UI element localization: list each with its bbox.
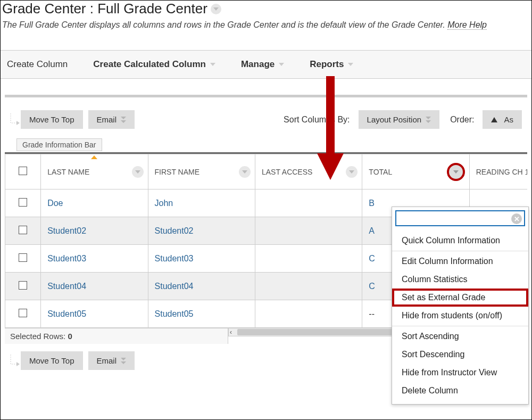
double-chevron-down-icon	[426, 116, 431, 123]
cell-total[interactable]: B	[369, 199, 375, 208]
grade-information-bar[interactable]: Grade Information Bar	[16, 138, 102, 151]
cell-total[interactable]: C	[369, 282, 375, 291]
page-description: The Full Grade Center displays all colum…	[2, 20, 527, 30]
close-icon[interactable]: ✕	[511, 213, 522, 224]
cell-last-access[interactable]	[255, 190, 362, 217]
row-checkbox[interactable]	[19, 198, 27, 207]
column-last-access[interactable]: LAST ACCESS	[255, 154, 362, 190]
selected-rows-count: 0	[68, 332, 72, 341]
column-last-access-label: LAST ACCESS	[262, 168, 312, 176]
student-first-name[interactable]: John	[155, 199, 173, 208]
cell-last-access[interactable]	[255, 273, 362, 300]
cell-total[interactable]: C	[369, 254, 375, 263]
create-column-button[interactable]: Create Column	[7, 59, 68, 70]
create-column-label: Create Column	[7, 59, 68, 70]
chevron-down-icon	[135, 169, 140, 175]
student-last-name[interactable]: Student02	[47, 226, 86, 235]
select-all-checkbox[interactable]	[19, 167, 27, 175]
page-title-text: Grade Center : Full Grade Center	[2, 1, 207, 17]
student-first-name[interactable]: Student05	[155, 309, 194, 318]
layout-position-button[interactable]: Layout Position	[359, 110, 440, 129]
student-first-name[interactable]: Student04	[155, 282, 194, 291]
row-checkbox[interactable]	[19, 253, 27, 262]
column-total[interactable]: TOTAL	[362, 154, 469, 190]
student-last-name[interactable]: Student05	[47, 309, 86, 318]
menu-separator	[392, 326, 528, 326]
menu-separator	[392, 251, 528, 251]
student-last-name[interactable]: Student03	[47, 254, 86, 263]
row-checkbox[interactable]	[19, 226, 27, 234]
page-description-text: The Full Grade Center displays all colum…	[2, 20, 447, 29]
move-to-top-label: Move To Top	[29, 356, 74, 365]
scroll-left-icon[interactable]: ‹	[230, 328, 232, 336]
selected-rows-label: Selected Rows:	[10, 332, 68, 341]
move-to-top-label: Move To Top	[29, 115, 74, 124]
menu-edit-column-info[interactable]: Edit Column Information	[392, 252, 528, 270]
reports-button[interactable]: Reports	[310, 59, 353, 70]
page-title: Grade Center : Full Grade Center	[2, 1, 527, 17]
selected-rows-bar: Selected Rows: 0	[5, 328, 228, 344]
move-to-top-button[interactable]: Move To Top	[21, 110, 83, 129]
svg-marker-2	[16, 121, 20, 125]
email-button[interactable]: Email	[88, 110, 135, 129]
row-checkbox[interactable]	[19, 309, 27, 317]
create-calculated-column-button[interactable]: Create Calculated Column	[93, 59, 215, 70]
cell-total[interactable]: --	[369, 309, 375, 318]
column-reading-forum[interactable]: READING CH 1 FORUM	[469, 154, 527, 190]
column-last-name-label: LAST NAME	[47, 168, 89, 176]
cell-last-access[interactable]	[255, 245, 362, 273]
double-chevron-down-icon	[121, 357, 126, 365]
menu-hide-from-instructor[interactable]: Hide from Instructor View	[392, 364, 528, 382]
order-ascending-button[interactable]: As	[483, 110, 522, 129]
more-help-link[interactable]: More Help	[447, 20, 487, 30]
chevron-down-icon	[213, 6, 219, 12]
column-last-name[interactable]: LAST NAME	[41, 154, 148, 190]
column-first-name-label: FIRST NAME	[155, 168, 200, 176]
scrollbar-thumb[interactable]	[237, 329, 397, 335]
menu-hide-from-students[interactable]: Hide from students (on/off)	[392, 307, 528, 325]
column-menu-button[interactable]	[346, 166, 358, 178]
menu-column-statistics[interactable]: Column Statistics	[392, 270, 528, 289]
row-checkbox[interactable]	[19, 281, 27, 290]
reorder-handle-icon	[9, 112, 20, 130]
sort-indicator-icon	[91, 155, 97, 159]
column-menu-button[interactable]	[132, 166, 144, 178]
action-bar: Create Column Create Calculated Column M…	[1, 50, 531, 79]
column-total-label: TOTAL	[369, 168, 392, 176]
ascending-label: As	[504, 115, 513, 124]
column-menu-button-highlighted[interactable]	[447, 163, 465, 181]
select-all-header	[5, 154, 41, 190]
menu-set-external-grade[interactable]: Set as External Grade	[392, 289, 528, 307]
manage-label: Manage	[241, 59, 275, 70]
order-label: Order:	[450, 115, 474, 125]
email-label: Email	[97, 115, 117, 124]
chevron-down-icon	[279, 62, 284, 67]
column-menu-button[interactable]	[239, 166, 251, 178]
menu-sort-ascending[interactable]: Sort Ascending	[392, 327, 528, 345]
cell-last-access[interactable]	[255, 217, 362, 245]
create-calculated-column-label: Create Calculated Column	[93, 59, 206, 70]
student-last-name[interactable]: Doe	[47, 199, 63, 208]
chevron-down-icon	[348, 62, 353, 67]
student-first-name[interactable]: Student02	[155, 226, 194, 235]
menu-sort-descending[interactable]: Sort Descending	[392, 345, 528, 364]
move-to-top-button[interactable]: Move To Top	[21, 351, 83, 370]
student-last-name[interactable]: Student04	[47, 282, 86, 291]
triangle-up-icon	[491, 117, 497, 122]
menu-quick-column-info[interactable]: Quick Column Information	[392, 232, 528, 250]
student-first-name[interactable]: Student03	[155, 254, 194, 263]
email-button[interactable]: Email	[88, 351, 135, 370]
svg-marker-3	[16, 362, 20, 366]
menu-delete-column[interactable]: Delete Column	[392, 382, 528, 400]
manage-button[interactable]: Manage	[241, 59, 284, 70]
reorder-handle-icon	[9, 353, 20, 372]
cell-last-access[interactable]	[255, 300, 362, 328]
context-menu-search[interactable]: ✕	[395, 210, 525, 226]
page-title-menu-button[interactable]	[211, 4, 221, 14]
reports-label: Reports	[310, 59, 344, 70]
grid-toolbar-top: Move To Top Email Sort Columns By: Layou…	[5, 103, 527, 134]
column-first-name[interactable]: FIRST NAME	[148, 154, 255, 190]
email-label: Email	[97, 356, 117, 365]
column-reading-forum-label: READING CH 1 FORUM	[476, 168, 527, 176]
cell-total[interactable]: A	[369, 226, 375, 235]
